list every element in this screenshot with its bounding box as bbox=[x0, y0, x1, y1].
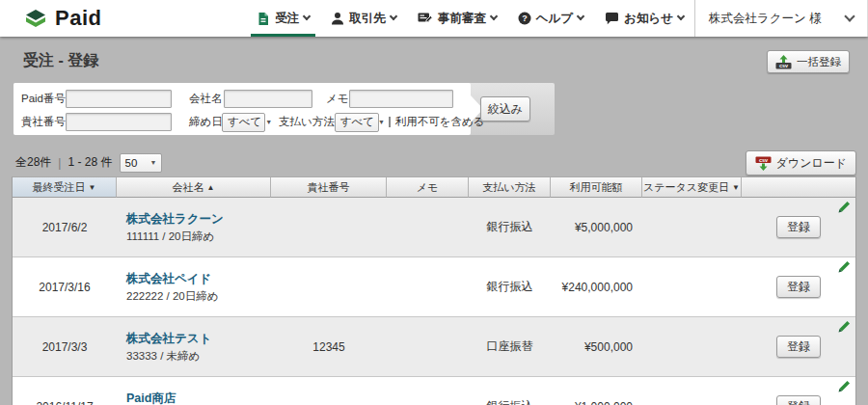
cell-available-amount: ¥240,000,000 bbox=[551, 257, 642, 316]
register-button[interactable]: 登録 bbox=[776, 216, 821, 238]
cell-available-amount: ¥500,000 bbox=[551, 317, 642, 376]
nav-label: ヘルプ bbox=[536, 11, 573, 27]
nav-item-partners[interactable]: 取引先 bbox=[320, 0, 407, 37]
orders-table: 最終受注日▼ 会社名▲ 貴社番号 メモ 支払い方法 利用可能額 ステータス変更日… bbox=[12, 176, 856, 405]
cell-payment-method: 口座振替 bbox=[469, 317, 551, 376]
cell-available-amount: ¥5,000,000 bbox=[551, 198, 642, 256]
include-unavailable-checkbox[interactable] bbox=[389, 117, 391, 127]
filter-panel: Paid番号 会社名 メモ 貴社番号 締め日 すべて ▼ 支払い方法 すべて ▼ bbox=[14, 83, 555, 135]
your-number-input[interactable] bbox=[66, 113, 172, 131]
table-row: 2017/3/3 株式会社テスト 33333 / 未締め 12345 口座振替 … bbox=[13, 317, 855, 377]
filter-form: Paid番号 会社名 メモ 貴社番号 締め日 すべて ▼ 支払い方法 すべて ▼ bbox=[14, 83, 471, 135]
cell-available-amount: ¥1,000,000 bbox=[551, 377, 642, 405]
paid-number-label: Paid番号 bbox=[21, 92, 66, 106]
edit-pencil-icon[interactable] bbox=[838, 201, 851, 213]
company-link[interactable]: 株式会社ペイド bbox=[126, 271, 211, 287]
register-button[interactable]: 登録 bbox=[776, 276, 821, 298]
col-available-credit[interactable]: 利用可能額 bbox=[551, 177, 642, 198]
table-header-row: 最終受注日▼ 会社名▲ 貴社番号 メモ 支払い方法 利用可能額 ステータス変更日… bbox=[13, 177, 855, 198]
dropdown-arrow-icon: ▼ bbox=[378, 119, 385, 125]
csv-upload-icon: csv bbox=[775, 55, 792, 69]
table-row: 2017/3/16 株式会社ペイド 222222 / 20日締め 銀行振込 ¥2… bbox=[13, 257, 855, 317]
register-button[interactable]: 登録 bbox=[776, 336, 821, 358]
chevron-down-icon bbox=[844, 11, 854, 21]
col-company-name[interactable]: 会社名▲ bbox=[117, 177, 271, 198]
svg-text:?: ? bbox=[522, 14, 528, 23]
closing-day-value: すべて bbox=[228, 115, 261, 129]
company-link[interactable]: 株式会社テスト bbox=[126, 331, 211, 347]
chevron-down-icon bbox=[489, 13, 497, 20]
closing-day-label: 締め日 bbox=[189, 115, 222, 129]
your-number-label: 貴社番号 bbox=[21, 115, 66, 129]
col-last-order-date[interactable]: 最終受注日▼ bbox=[13, 177, 117, 198]
payment-method-value: すべて bbox=[340, 115, 374, 129]
nav-item-orders[interactable]: 受注 bbox=[246, 0, 320, 37]
col-payment-method[interactable]: 支払い方法 bbox=[469, 177, 551, 198]
register-button[interactable]: 登録 bbox=[776, 395, 821, 405]
col-actions bbox=[742, 177, 855, 198]
account-menu-button[interactable]: 株式会社ラクーン 様 bbox=[694, 0, 868, 37]
cell-payment-method: 銀行振込 bbox=[469, 377, 551, 405]
results-bar: 全28件 | 1 - 28 件 50 ▼ bbox=[15, 152, 162, 173]
company-link[interactable]: 株式会社ラクーン bbox=[126, 211, 224, 228]
cell-status-date bbox=[642, 377, 742, 405]
payment-method-label: 支払い方法 bbox=[279, 115, 335, 129]
nav-item-news[interactable]: お知らせ bbox=[594, 0, 694, 37]
memo-input[interactable] bbox=[349, 90, 453, 108]
csv-download-button[interactable]: csv ダウンロード bbox=[746, 150, 856, 176]
cell-company: 株式会社テスト 33333 / 未締め bbox=[117, 317, 271, 376]
help-icon: ? bbox=[518, 12, 531, 25]
nav-item-prescreening[interactable]: 事前審査 bbox=[407, 0, 507, 37]
results-separator: | bbox=[58, 156, 61, 170]
per-page-select[interactable]: 50 ▼ bbox=[120, 153, 162, 173]
top-navigation-bar: Paid 受注 取引先 bbox=[0, 0, 868, 37]
nav-item-help[interactable]: ? ヘルプ bbox=[507, 0, 594, 37]
page-title: 受注 - 登録 bbox=[23, 51, 98, 71]
cell-your-number bbox=[271, 377, 387, 405]
company-link[interactable]: Paid商店 bbox=[126, 391, 176, 405]
paid-logo[interactable]: Paid bbox=[0, 0, 101, 37]
person-icon bbox=[331, 12, 344, 25]
per-page-value: 50 bbox=[125, 157, 138, 169]
paid-number-input[interactable] bbox=[66, 90, 172, 108]
order-register-page: Paid 受注 取引先 bbox=[0, 0, 868, 405]
cell-memo bbox=[387, 257, 469, 316]
filter-submit-button[interactable]: 絞込み bbox=[480, 96, 530, 122]
logo-text: Paid bbox=[55, 6, 101, 31]
cell-status-date bbox=[642, 317, 742, 376]
nav-label: 事前審査 bbox=[438, 11, 486, 27]
chevron-down-icon bbox=[577, 13, 584, 20]
cell-payment-method: 銀行振込 bbox=[469, 198, 551, 256]
nav-label: 受注 bbox=[275, 11, 299, 27]
col-status-change-date[interactable]: ステータス変更日▼ bbox=[642, 177, 742, 198]
edit-pencil-icon[interactable] bbox=[838, 380, 851, 392]
company-name-input[interactable] bbox=[224, 90, 312, 108]
col-memo[interactable]: メモ bbox=[387, 177, 469, 198]
sort-desc-icon: ▼ bbox=[89, 183, 96, 192]
nav-label: 取引先 bbox=[349, 11, 386, 27]
chevron-down-icon bbox=[303, 13, 311, 20]
company-detail: 222222 / 20日締め bbox=[126, 289, 219, 304]
edit-pencil-icon[interactable] bbox=[838, 320, 851, 333]
order-document-icon bbox=[257, 12, 270, 26]
payment-method-select[interactable]: すべて ▼ bbox=[335, 113, 379, 132]
cell-your-number bbox=[271, 198, 387, 256]
bulk-register-button[interactable]: csv 一括登録 bbox=[767, 50, 850, 73]
cell-last-order-date: 2017/6/2 bbox=[13, 198, 117, 256]
dropdown-arrow-icon: ▼ bbox=[150, 159, 157, 166]
table-row: 2017/6/2 株式会社ラクーン 111111 / 20日締め 銀行振込 ¥5… bbox=[13, 198, 855, 257]
edit-pencil-icon[interactable] bbox=[838, 260, 851, 273]
col-your-number[interactable]: 貴社番号 bbox=[271, 177, 387, 198]
cell-status-date bbox=[642, 198, 742, 256]
cell-company: 株式会社ラクーン 111111 / 20日締め bbox=[117, 198, 271, 256]
main-navigation: 受注 取引先 事前審査 bbox=[246, 0, 694, 37]
chevron-down-icon bbox=[389, 13, 396, 20]
announcement-bubble-icon bbox=[605, 12, 619, 25]
account-name: 株式会社ラクーン 様 bbox=[709, 11, 822, 27]
cell-company: Paid商店 bbox=[117, 377, 271, 405]
cell-memo bbox=[387, 198, 469, 256]
cell-your-number bbox=[271, 257, 387, 316]
cell-your-number: 12345 bbox=[271, 317, 387, 376]
dropdown-arrow-icon: ▼ bbox=[265, 119, 272, 125]
closing-day-select[interactable]: すべて ▼ bbox=[222, 113, 265, 132]
